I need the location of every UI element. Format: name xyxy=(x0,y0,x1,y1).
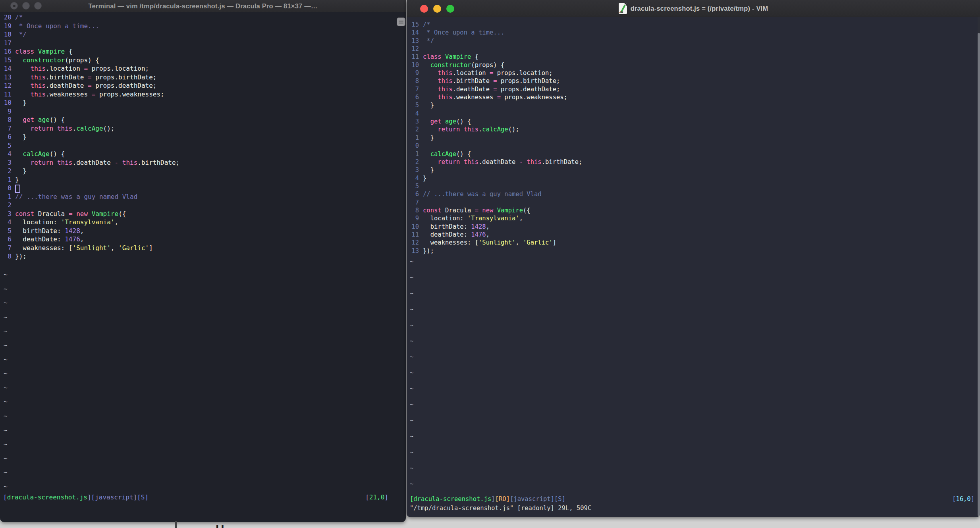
code-line[interactable]: 1} xyxy=(0,175,179,184)
line-number: 12 xyxy=(407,45,419,53)
line-number: 3 xyxy=(407,118,419,125)
macvim-window: JS dracula-screenshot.js = (/private/tmp… xyxy=(407,0,980,517)
code-line[interactable]: 3const Dracula = new Vampire({ xyxy=(0,210,179,218)
line-number: 7 xyxy=(0,124,12,133)
code-line[interactable]: 5 xyxy=(407,182,582,190)
code-line[interactable]: 9 xyxy=(0,107,179,116)
code-line[interactable]: 2 return this.deathDate - this.birthDate… xyxy=(407,158,582,166)
code-line[interactable]: 1 } xyxy=(407,134,582,142)
code-line[interactable]: 2 xyxy=(0,201,179,210)
code-line[interactable]: 12 this.deathDate = props.deathDate; xyxy=(0,81,179,90)
code-line[interactable]: 8}); xyxy=(0,252,179,261)
macvim-titlebar[interactable]: JS dracula-screenshot.js = (/private/tmp… xyxy=(407,0,980,17)
code-line[interactable]: 0 xyxy=(407,142,582,150)
code-line[interactable]: 6 deathDate: 1476, xyxy=(0,235,179,244)
vim-empty-lines-right: ~~~~~~~~~~~~~~~ xyxy=(410,258,413,496)
line-number: 4 xyxy=(407,174,419,182)
code-line[interactable]: 16class Vampire { xyxy=(0,47,179,56)
line-number: 19 xyxy=(0,22,12,31)
code-line[interactable]: 7 xyxy=(407,198,582,206)
code-line[interactable]: 14 * Once upon a time... xyxy=(407,29,582,37)
code-line[interactable]: 4 calcAge() { xyxy=(0,150,179,158)
code-line[interactable]: 5 birthDate: 1428, xyxy=(0,227,179,235)
code-line[interactable]: 17 xyxy=(0,39,179,48)
code-line[interactable]: 8 this.birthDate = props.birthDate; xyxy=(407,77,582,85)
code-line[interactable]: 8 get age() { xyxy=(0,116,179,124)
code-line[interactable]: 0 xyxy=(0,184,179,193)
code-line[interactable]: 2 } xyxy=(0,167,179,175)
vim-buffer-right[interactable]: 15/*14 * Once upon a time...13 */1211cla… xyxy=(407,21,582,255)
line-number: 13 xyxy=(407,37,419,45)
line-number: 9 xyxy=(407,214,419,222)
code-line[interactable]: 5 } xyxy=(407,101,582,109)
code-line[interactable]: 9 this.location = props.location; xyxy=(407,69,582,77)
code-line[interactable]: 13 */ xyxy=(407,37,582,45)
minimize-button[interactable] xyxy=(433,5,441,13)
vim-cursor xyxy=(15,185,20,193)
zoom-button[interactable] xyxy=(34,2,42,10)
line-number: 2 xyxy=(0,167,12,175)
code-line[interactable]: 1 calcAge() { xyxy=(407,150,582,158)
code-line[interactable]: 13 this.birthDate = props.birthDate; xyxy=(0,73,179,82)
code-line[interactable]: 2 return this.calcAge(); xyxy=(407,125,582,133)
code-line[interactable]: 11 deathDate: 1476, xyxy=(407,231,582,239)
close-button[interactable] xyxy=(420,5,428,13)
code-line[interactable]: 10 birthDate: 1428, xyxy=(407,223,582,231)
code-line[interactable]: 18 */ xyxy=(0,30,179,39)
line-number: 2 xyxy=(407,125,419,133)
code-line[interactable]: 10 } xyxy=(0,98,179,107)
code-line[interactable]: 4 xyxy=(407,110,582,118)
code-line[interactable]: 6 } xyxy=(0,133,179,141)
line-number: 12 xyxy=(0,81,12,90)
code-line[interactable]: 19 * Once upon a time... xyxy=(0,22,179,31)
line-number: 15 xyxy=(0,56,12,65)
code-line[interactable]: 6// ...there was a guy named Vlad xyxy=(407,190,582,198)
code-line[interactable]: 12 weaknesses: ['Sunlight', 'Garlic'] xyxy=(407,239,582,247)
code-line[interactable]: 3 get age() { xyxy=(407,118,582,125)
line-number: 13 xyxy=(407,247,419,255)
terminal-window-title: Terminal — vim /tmp/dracula-screenshot.j… xyxy=(88,2,317,10)
minimize-button[interactable] xyxy=(22,2,30,10)
doc-icon-label: JS xyxy=(619,10,623,13)
code-line[interactable]: 4} xyxy=(407,174,582,182)
scrollbar-thumb[interactable] xyxy=(978,33,980,516)
code-line[interactable]: 14 this.location = props.location; xyxy=(0,64,179,73)
terminal-titlebar[interactable]: Terminal — vim /tmp/dracula-screenshot.j… xyxy=(0,0,406,12)
line-number: 14 xyxy=(407,29,419,37)
macvim-title-text: dracula-screenshot.js = (/private/tmp) -… xyxy=(631,5,768,12)
code-line[interactable]: 4 location: 'Transylvania', xyxy=(0,218,179,227)
code-line[interactable]: 10 constructor(props) { xyxy=(407,61,582,69)
code-line[interactable]: 11 this.weaknesses = props.weaknesses; xyxy=(0,90,179,99)
code-line[interactable]: 13}); xyxy=(407,247,582,255)
line-number: 16 xyxy=(0,47,12,56)
line-number: 0 xyxy=(407,142,419,150)
background-window-divider xyxy=(175,521,177,528)
line-number: 8 xyxy=(0,116,12,124)
close-button[interactable] xyxy=(10,2,18,10)
terminal-title-text: Terminal — vim /tmp/dracula-screenshot.j… xyxy=(88,2,317,10)
code-line[interactable]: 8const Dracula = new Vampire({ xyxy=(407,206,582,214)
terminal-scrollbar-marker-icon[interactable] xyxy=(397,17,405,26)
code-line[interactable]: 11class Vampire { xyxy=(407,53,582,61)
document-icon[interactable]: JS xyxy=(619,3,627,14)
code-line[interactable]: 15 constructor(props) { xyxy=(0,56,179,65)
code-line[interactable]: 6 this.weaknesses = props.weaknesses; xyxy=(407,93,582,101)
line-number: 4 xyxy=(0,218,12,227)
line-number: 7 xyxy=(0,244,12,252)
code-line[interactable]: 12 xyxy=(407,45,582,53)
line-number: 5 xyxy=(0,227,12,235)
code-line[interactable]: 15/* xyxy=(407,21,582,29)
code-line[interactable]: 1// ...there was a guy named Vlad xyxy=(0,193,179,201)
code-line[interactable]: 20/* xyxy=(0,13,179,22)
code-line[interactable]: 3 } xyxy=(407,166,582,174)
code-line[interactable]: 7 this.deathDate = props.deathDate; xyxy=(407,85,582,93)
line-number: 5 xyxy=(407,182,419,190)
macvim-window-title: JS dracula-screenshot.js = (/private/tmp… xyxy=(619,3,768,14)
vim-buffer-left[interactable]: 20/*19 * Once upon a time...18 */1716cla… xyxy=(0,13,179,261)
code-line[interactable]: 7 return this.calcAge(); xyxy=(0,124,179,133)
code-line[interactable]: 9 location: 'Transylvania', xyxy=(407,214,582,222)
code-line[interactable]: 3 return this.deathDate - this.birthDate… xyxy=(0,158,179,167)
zoom-button[interactable] xyxy=(446,5,454,13)
code-line[interactable]: 7 weaknesses: ['Sunlight', 'Garlic'] xyxy=(0,244,179,252)
code-line[interactable]: 5 xyxy=(0,141,179,150)
